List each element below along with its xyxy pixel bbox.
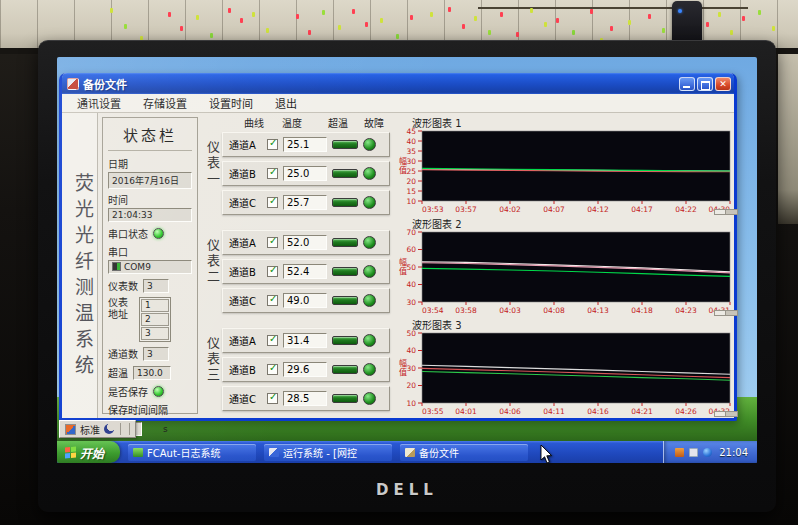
io-connector-icon	[112, 262, 121, 271]
channel-label: 通道C	[229, 391, 262, 406]
svg-text:04:26: 04:26	[675, 407, 697, 416]
channel-row: 通道A 31.4	[222, 328, 390, 353]
channel-row: 通道C 49.0	[222, 288, 390, 313]
meter-address-item[interactable]: 2	[141, 313, 169, 326]
chart-3-plot: 102030405003:5504:0104:0604:1104:1604:21…	[392, 329, 738, 417]
chart-3-scrollbar[interactable]	[714, 411, 738, 417]
channel-row: 通道C 28.5	[222, 386, 390, 411]
curve-checkbox[interactable]	[267, 266, 278, 277]
taskbar-item-log-system[interactable]: FCAut-日志系统	[128, 444, 256, 461]
instrument-2-group: 仪表二 通道A 52.0 通道B	[202, 228, 390, 320]
svg-text:20: 20	[406, 381, 416, 390]
overtemp-input[interactable]: 130.0	[133, 366, 171, 380]
chart-2-plot: 304050607003:5403:5804:0304:0804:1304:18…	[392, 228, 738, 316]
meter-address-item[interactable]: 1	[141, 299, 169, 312]
curve-checkbox[interactable]	[267, 168, 278, 179]
fault-led	[363, 392, 376, 405]
svg-text:04:06: 04:06	[499, 407, 521, 416]
meter-count-input[interactable]: 3	[143, 279, 169, 293]
titlebar[interactable]: 备份文件	[62, 73, 734, 94]
overtemp-led	[332, 336, 358, 345]
maximize-button[interactable]	[697, 77, 713, 91]
channel-count-label: 通道数	[108, 346, 138, 361]
date-label: 日期	[108, 156, 192, 171]
channel-label: 通道B	[229, 362, 262, 377]
input-method-icon[interactable]	[65, 424, 76, 435]
curve-checkbox[interactable]	[267, 335, 278, 346]
channel-label: 通道A	[229, 235, 262, 250]
svg-text:值: 值	[399, 266, 407, 276]
curve-checkbox[interactable]	[267, 197, 278, 208]
curve-checkbox[interactable]	[267, 364, 278, 375]
column-headers: 曲线 温度 超温 故障	[202, 115, 390, 128]
meter-address-item[interactable]: 3	[141, 327, 169, 340]
channel-count-input[interactable]: 3	[143, 347, 169, 361]
menu-storage-settings[interactable]: 存储设置	[132, 95, 198, 111]
svg-text:04:08: 04:08	[543, 306, 565, 315]
curve-checkbox[interactable]	[267, 295, 278, 306]
svg-text:04:01: 04:01	[455, 407, 477, 416]
curve-checkbox[interactable]	[267, 237, 278, 248]
overtemp-led	[332, 296, 358, 305]
window-content: 荧光光纤测温系统 状态栏 日期 2016年7月16日 时间 21:04:33 串…	[62, 113, 734, 418]
time-label: 时间	[108, 192, 192, 207]
menu-comm-settings[interactable]: 通讯设置	[66, 95, 132, 111]
taskbar-item-label: FCAut-日志系统	[147, 445, 220, 460]
app-vertical-title: 荧光光纤测温系统	[62, 113, 98, 418]
taskbar-item-run-system[interactable]: 运行系统 - [网控	[264, 444, 392, 461]
temperature-display: 52.4	[283, 264, 327, 279]
meter-address-list[interactable]: 1 2 3	[139, 297, 171, 342]
menu-exit[interactable]: 退出	[264, 95, 308, 111]
svg-text:04:22: 04:22	[675, 205, 697, 214]
svg-text:10: 10	[406, 197, 416, 206]
overtemp-column-header: 超温	[328, 115, 348, 130]
channel-label: 通道B	[229, 264, 262, 279]
chart-3-title: 波形图表 3	[412, 317, 738, 329]
svg-text:03:58: 03:58	[455, 306, 477, 315]
svg-text:04:23: 04:23	[675, 306, 697, 315]
svg-text:03:53: 03:53	[422, 205, 444, 214]
serial-port-select[interactable]: COM9	[108, 260, 192, 274]
instrument-2-name: 仪表二	[203, 238, 222, 318]
svg-text:03:54: 03:54	[422, 306, 444, 315]
serial-status-led	[153, 228, 164, 239]
menubar: 通讯设置 存储设置 设置时间 退出	[62, 94, 734, 113]
panel-right-edge	[778, 54, 798, 224]
fault-led	[363, 294, 376, 307]
tray-app-icon[interactable]	[689, 448, 698, 457]
app-icon	[67, 78, 79, 90]
svg-text:幅: 幅	[399, 358, 407, 368]
tray-network-icon[interactable]	[703, 448, 712, 457]
svg-text:04:21: 04:21	[631, 407, 653, 416]
window-title: 备份文件	[83, 76, 679, 92]
overtemp-label: 超温	[108, 365, 128, 380]
curve-checkbox[interactable]	[267, 393, 278, 404]
language-bar[interactable]: 标准	[59, 420, 136, 438]
serial-status-label: 串口状态	[108, 226, 148, 241]
temperature-display: 25.0	[283, 166, 327, 181]
taskbar-item-backup-file[interactable]: 备份文件	[400, 444, 528, 461]
minimize-button[interactable]	[679, 77, 695, 91]
language-bar-grip[interactable]	[120, 423, 130, 435]
run-app-icon	[269, 448, 279, 457]
taskbar-clock: 21:04	[719, 447, 748, 458]
save-status-led	[153, 386, 164, 397]
chart-2-scrollbar[interactable]	[714, 310, 738, 316]
fault-led	[363, 334, 376, 347]
curve-checkbox[interactable]	[267, 139, 278, 150]
instrument-1-group: 仪表一 通道A 25.1 通道B	[202, 130, 390, 222]
chart-1-scrollbar[interactable]	[714, 209, 738, 215]
tray-input-icon[interactable]	[675, 448, 684, 457]
save-interval-label: 保存时间间隔	[108, 402, 192, 417]
instrument-3-name: 仪表三	[203, 336, 222, 416]
close-button[interactable]	[715, 77, 731, 91]
start-button[interactable]: 开始	[57, 441, 120, 463]
overtemp-led	[332, 394, 358, 403]
channel-row: 通道B 29.6	[222, 357, 390, 382]
meter-count-label: 仪表数	[108, 278, 138, 293]
waveform-chart-2: 波形图表 2 304050607003:5403:5804:0304:0804:…	[392, 216, 738, 316]
taskbar-item-label: 备份文件	[419, 445, 459, 460]
menu-set-time[interactable]: 设置时间	[198, 95, 264, 111]
moon-icon[interactable]	[104, 424, 114, 434]
overtemp-led	[332, 267, 358, 276]
